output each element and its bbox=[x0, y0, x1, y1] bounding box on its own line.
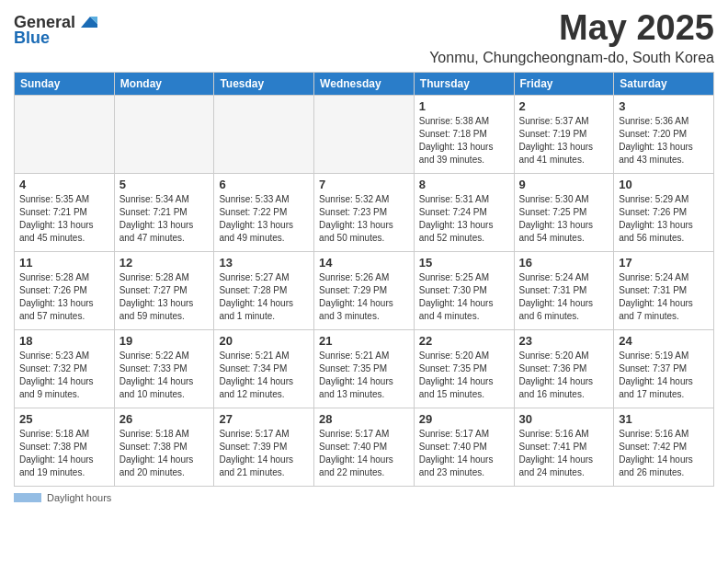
table-row: 2Sunrise: 5:37 AM Sunset: 7:19 PM Daylig… bbox=[514, 95, 614, 173]
table-row: 29Sunrise: 5:17 AM Sunset: 7:40 PM Dayli… bbox=[414, 408, 514, 486]
day-info: Sunrise: 5:24 AM Sunset: 7:31 PM Dayligh… bbox=[519, 271, 609, 323]
table-row: 3Sunrise: 5:36 AM Sunset: 7:20 PM Daylig… bbox=[614, 95, 714, 173]
day-number: 8 bbox=[419, 178, 509, 191]
table-row: 20Sunrise: 5:21 AM Sunset: 7:34 PM Dayli… bbox=[214, 329, 314, 408]
day-number: 10 bbox=[619, 178, 709, 191]
col-sunday: Sunday bbox=[15, 72, 115, 95]
day-info: Sunrise: 5:27 AM Sunset: 7:28 PM Dayligh… bbox=[219, 271, 309, 323]
day-number: 13 bbox=[219, 256, 309, 270]
table-row: 22Sunrise: 5:20 AM Sunset: 7:35 PM Dayli… bbox=[414, 329, 514, 408]
table-row: 11Sunrise: 5:28 AM Sunset: 7:26 PM Dayli… bbox=[15, 251, 115, 329]
calendar-week-row: 18Sunrise: 5:23 AM Sunset: 7:32 PM Dayli… bbox=[15, 329, 714, 408]
table-row bbox=[114, 95, 214, 173]
day-info: Sunrise: 5:37 AM Sunset: 7:19 PM Dayligh… bbox=[519, 115, 609, 167]
location-title: Yonmu, Chungcheongnam-do, South Korea bbox=[429, 50, 714, 66]
day-info: Sunrise: 5:17 AM Sunset: 7:39 PM Dayligh… bbox=[219, 428, 309, 479]
day-info: Sunrise: 5:19 AM Sunset: 7:37 PM Dayligh… bbox=[619, 350, 709, 401]
calendar-table: Sunday Monday Tuesday Wednesday Thursday… bbox=[14, 72, 714, 487]
calendar-week-row: 25Sunrise: 5:18 AM Sunset: 7:38 PM Dayli… bbox=[15, 408, 714, 486]
day-number: 3 bbox=[619, 99, 709, 113]
day-info: Sunrise: 5:30 AM Sunset: 7:25 PM Dayligh… bbox=[519, 193, 609, 245]
day-info: Sunrise: 5:25 AM Sunset: 7:30 PM Dayligh… bbox=[419, 271, 509, 323]
table-row: 13Sunrise: 5:27 AM Sunset: 7:28 PM Dayli… bbox=[214, 251, 314, 329]
day-info: Sunrise: 5:34 AM Sunset: 7:21 PM Dayligh… bbox=[119, 193, 210, 245]
col-tuesday: Tuesday bbox=[214, 72, 314, 95]
day-number: 6 bbox=[219, 178, 309, 191]
day-number: 20 bbox=[219, 334, 309, 348]
table-row: 8Sunrise: 5:31 AM Sunset: 7:24 PM Daylig… bbox=[414, 173, 514, 251]
day-number: 22 bbox=[419, 334, 509, 348]
table-row: 1Sunrise: 5:38 AM Sunset: 7:18 PM Daylig… bbox=[414, 95, 514, 173]
table-row bbox=[314, 95, 415, 173]
day-number: 5 bbox=[119, 178, 210, 191]
table-row: 5Sunrise: 5:34 AM Sunset: 7:21 PM Daylig… bbox=[114, 173, 214, 251]
day-number: 21 bbox=[319, 334, 409, 348]
day-info: Sunrise: 5:20 AM Sunset: 7:36 PM Dayligh… bbox=[519, 350, 609, 401]
title-area: May 2025 Yonmu, Chungcheongnam-do, South… bbox=[429, 9, 714, 66]
footer-bar-icon bbox=[14, 493, 41, 502]
day-info: Sunrise: 5:36 AM Sunset: 7:20 PM Dayligh… bbox=[619, 115, 709, 167]
day-info: Sunrise: 5:32 AM Sunset: 7:23 PM Dayligh… bbox=[319, 193, 409, 245]
day-info: Sunrise: 5:16 AM Sunset: 7:42 PM Dayligh… bbox=[619, 428, 709, 479]
header-row: Sunday Monday Tuesday Wednesday Thursday… bbox=[15, 72, 714, 95]
day-info: Sunrise: 5:22 AM Sunset: 7:33 PM Dayligh… bbox=[119, 350, 210, 401]
day-info: Sunrise: 5:28 AM Sunset: 7:27 PM Dayligh… bbox=[119, 271, 210, 323]
day-info: Sunrise: 5:28 AM Sunset: 7:26 PM Dayligh… bbox=[19, 271, 109, 323]
day-info: Sunrise: 5:17 AM Sunset: 7:40 PM Dayligh… bbox=[319, 428, 409, 479]
day-info: Sunrise: 5:31 AM Sunset: 7:24 PM Dayligh… bbox=[419, 193, 509, 245]
footer-note: Daylight hours bbox=[14, 492, 714, 503]
day-number: 16 bbox=[519, 256, 609, 270]
day-info: Sunrise: 5:26 AM Sunset: 7:29 PM Dayligh… bbox=[319, 271, 409, 323]
day-number: 2 bbox=[519, 99, 609, 113]
calendar-week-row: 4Sunrise: 5:35 AM Sunset: 7:21 PM Daylig… bbox=[15, 173, 714, 251]
day-info: Sunrise: 5:29 AM Sunset: 7:26 PM Dayligh… bbox=[619, 193, 709, 245]
table-row: 27Sunrise: 5:17 AM Sunset: 7:39 PM Dayli… bbox=[214, 408, 314, 486]
logo-icon bbox=[77, 15, 97, 31]
day-number: 19 bbox=[119, 334, 210, 348]
day-info: Sunrise: 5:24 AM Sunset: 7:31 PM Dayligh… bbox=[619, 271, 709, 323]
day-number: 4 bbox=[19, 178, 109, 191]
footer-label: Daylight hours bbox=[47, 492, 111, 503]
logo-blue: Blue bbox=[14, 29, 50, 48]
table-row: 18Sunrise: 5:23 AM Sunset: 7:32 PM Dayli… bbox=[15, 329, 115, 408]
calendar-week-row: 11Sunrise: 5:28 AM Sunset: 7:26 PM Dayli… bbox=[15, 251, 714, 329]
table-row: 30Sunrise: 5:16 AM Sunset: 7:41 PM Dayli… bbox=[514, 408, 614, 486]
table-row: 28Sunrise: 5:17 AM Sunset: 7:40 PM Dayli… bbox=[314, 408, 415, 486]
day-number: 9 bbox=[519, 178, 609, 191]
day-number: 28 bbox=[319, 412, 409, 426]
day-number: 26 bbox=[119, 412, 210, 426]
day-number: 30 bbox=[519, 412, 609, 426]
day-info: Sunrise: 5:21 AM Sunset: 7:34 PM Dayligh… bbox=[219, 350, 309, 401]
day-number: 14 bbox=[319, 256, 409, 270]
day-info: Sunrise: 5:33 AM Sunset: 7:22 PM Dayligh… bbox=[219, 193, 309, 245]
col-wednesday: Wednesday bbox=[314, 72, 415, 95]
day-info: Sunrise: 5:38 AM Sunset: 7:18 PM Dayligh… bbox=[419, 115, 509, 167]
day-number: 23 bbox=[519, 334, 609, 348]
day-number: 1 bbox=[419, 99, 509, 113]
day-info: Sunrise: 5:18 AM Sunset: 7:38 PM Dayligh… bbox=[119, 428, 210, 479]
day-info: Sunrise: 5:20 AM Sunset: 7:35 PM Dayligh… bbox=[419, 350, 509, 401]
day-info: Sunrise: 5:23 AM Sunset: 7:32 PM Dayligh… bbox=[19, 350, 109, 401]
day-number: 18 bbox=[19, 334, 109, 348]
table-row: 14Sunrise: 5:26 AM Sunset: 7:29 PM Dayli… bbox=[314, 251, 415, 329]
day-number: 11 bbox=[19, 256, 109, 270]
day-info: Sunrise: 5:35 AM Sunset: 7:21 PM Dayligh… bbox=[19, 193, 109, 245]
table-row: 16Sunrise: 5:24 AM Sunset: 7:31 PM Dayli… bbox=[514, 251, 614, 329]
table-row: 17Sunrise: 5:24 AM Sunset: 7:31 PM Dayli… bbox=[614, 251, 714, 329]
table-row: 21Sunrise: 5:21 AM Sunset: 7:35 PM Dayli… bbox=[314, 329, 415, 408]
table-row: 26Sunrise: 5:18 AM Sunset: 7:38 PM Dayli… bbox=[114, 408, 214, 486]
calendar-week-row: 1Sunrise: 5:38 AM Sunset: 7:18 PM Daylig… bbox=[15, 95, 714, 173]
table-row: 25Sunrise: 5:18 AM Sunset: 7:38 PM Dayli… bbox=[15, 408, 115, 486]
day-number: 15 bbox=[419, 256, 509, 270]
table-row: 9Sunrise: 5:30 AM Sunset: 7:25 PM Daylig… bbox=[514, 173, 614, 251]
table-row bbox=[15, 95, 115, 173]
day-number: 12 bbox=[119, 256, 210, 270]
table-row: 15Sunrise: 5:25 AM Sunset: 7:30 PM Dayli… bbox=[414, 251, 514, 329]
day-info: Sunrise: 5:18 AM Sunset: 7:38 PM Dayligh… bbox=[19, 428, 109, 479]
table-row: 23Sunrise: 5:20 AM Sunset: 7:36 PM Dayli… bbox=[514, 329, 614, 408]
day-number: 29 bbox=[419, 412, 509, 426]
table-row: 7Sunrise: 5:32 AM Sunset: 7:23 PM Daylig… bbox=[314, 173, 415, 251]
day-info: Sunrise: 5:16 AM Sunset: 7:41 PM Dayligh… bbox=[519, 428, 609, 479]
day-number: 7 bbox=[319, 178, 409, 191]
day-number: 25 bbox=[19, 412, 109, 426]
